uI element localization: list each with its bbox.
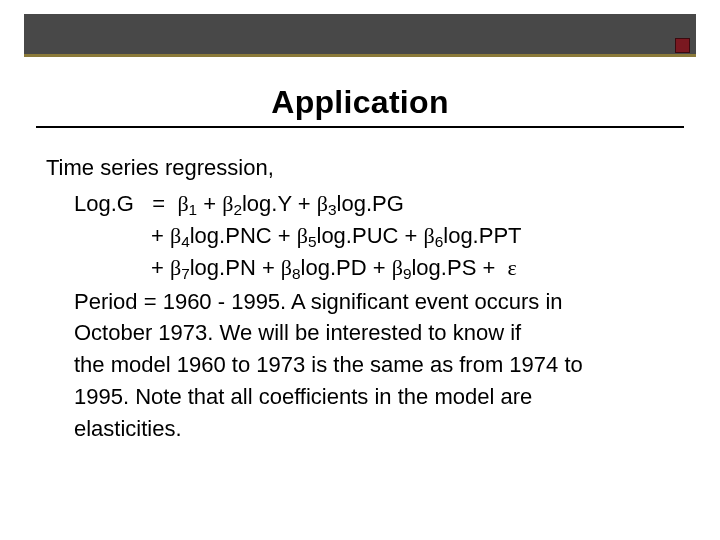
term-logPD: log.PD + [301, 255, 392, 280]
term-logPUC: log.PUC + [317, 223, 424, 248]
equation-line-2: + β4log.PNC + β5log.PUC + β6log.PPT [74, 220, 674, 252]
beta-icon: β [177, 191, 188, 216]
body-text: Time series regression, Log.G = β1 + β2l… [46, 152, 674, 445]
term-logPS: log.PS + [411, 255, 501, 280]
plus-prefix: + [151, 223, 170, 248]
header-band [24, 14, 696, 57]
epsilon-icon: ε [508, 255, 517, 280]
equation-block: Log.G = β1 + β2log.Y + β3log.PG + β4log.… [74, 188, 674, 284]
term-logPNC: log.PNC + [190, 223, 297, 248]
equation-line-3: + β7log.PN + β8log.PD + β9log.PS + ε [74, 252, 674, 284]
term-logPPT: log.PPT [443, 223, 521, 248]
term-logPN: log.PN + [190, 255, 281, 280]
beta-icon: β [170, 223, 181, 248]
slide-title: Application [0, 84, 720, 121]
lead-line: Time series regression, [46, 152, 674, 184]
title-underline [36, 126, 684, 128]
beta-icon: β [317, 191, 328, 216]
term-logPG: log.PG [337, 191, 404, 216]
eq-lhs: Log.G [74, 191, 134, 216]
coef-6: 6 [435, 233, 444, 250]
beta-icon: β [281, 255, 292, 280]
coef-1: 1 [189, 201, 198, 218]
period-line: Period = 1960 - 1995. A significant even… [74, 286, 674, 318]
period-range: Period = 1960 - 1995. [74, 289, 286, 314]
eq-equals: = [152, 191, 165, 216]
coef-5: 5 [308, 233, 317, 250]
body-line-2: the model 1960 to 1973 is the same as fr… [74, 349, 674, 381]
beta-icon: β [424, 223, 435, 248]
body-line-3: 1995. Note that all coefficients in the … [74, 381, 674, 413]
beta-icon: β [392, 255, 403, 280]
period-tail: A significant event occurs in [286, 289, 562, 314]
coef-2: 2 [233, 201, 242, 218]
beta-icon: β [222, 191, 233, 216]
beta-icon: β [297, 223, 308, 248]
plus-prefix: + [151, 255, 170, 280]
coef-3: 3 [328, 201, 337, 218]
term-logY: log.Y + [242, 191, 317, 216]
corner-square-icon [675, 38, 690, 53]
coef-4: 4 [181, 233, 190, 250]
body-line-1: October 1973. We will be interested to k… [74, 317, 674, 349]
body-line-4: elasticities. [74, 413, 674, 445]
slide: Application Time series regression, Log.… [0, 0, 720, 540]
coef-7: 7 [181, 265, 190, 282]
coef-8: 8 [292, 265, 301, 282]
beta-icon: β [170, 255, 181, 280]
equation-line-1: Log.G = β1 + β2log.Y + β3log.PG [74, 188, 674, 220]
